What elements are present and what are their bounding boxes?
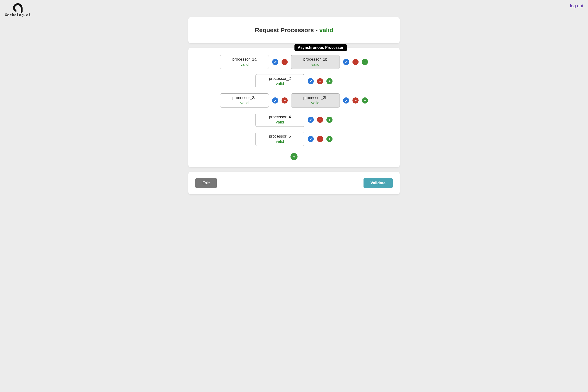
svg-rect-6 — [319, 120, 321, 120]
processor-name: processor_5 — [269, 134, 291, 139]
footer-card: Exit Validate — [188, 172, 400, 194]
edit-button[interactable] — [272, 59, 278, 65]
minus-icon — [319, 118, 322, 121]
add-button[interactable] — [326, 78, 332, 84]
pencil-icon — [309, 138, 312, 140]
processor-box[interactable]: processor_3a valid — [220, 94, 269, 108]
processor-status: valid — [311, 101, 320, 106]
svg-rect-1 — [284, 62, 286, 62]
plus-icon — [363, 99, 367, 102]
processor-box[interactable]: processor_5 valid — [256, 132, 304, 146]
plus-icon — [328, 118, 331, 121]
add-button[interactable] — [326, 117, 332, 123]
pencil-icon — [274, 60, 277, 64]
edit-button[interactable] — [308, 136, 314, 142]
svg-rect-5 — [355, 100, 356, 101]
remove-button[interactable] — [352, 59, 359, 65]
remove-button[interactable] — [317, 136, 323, 142]
remove-button[interactable] — [317, 78, 323, 84]
processor-box-async[interactable]: processor_1b valid — [291, 55, 340, 69]
processor-row: processor_2 valid — [195, 74, 393, 88]
app-logo: Gecholog.ai — [5, 2, 31, 17]
minus-icon — [354, 99, 357, 102]
pencil-icon — [309, 80, 312, 83]
add-button[interactable] — [362, 59, 368, 65]
pencil-icon — [345, 99, 348, 102]
processor-status: valid — [276, 82, 284, 86]
remove-button[interactable] — [317, 117, 323, 123]
tooltip-async-processor: Asynchronous Processor — [294, 44, 347, 51]
processor-name: processor_3a — [232, 96, 256, 100]
logout-link[interactable]: log out — [570, 3, 583, 8]
edit-button[interactable] — [308, 117, 314, 123]
remove-button[interactable] — [282, 59, 288, 65]
minus-icon — [319, 138, 322, 140]
plus-icon — [328, 80, 331, 83]
remove-button[interactable] — [282, 98, 288, 104]
plus-icon — [363, 60, 367, 64]
minus-icon — [283, 60, 286, 64]
processor-box[interactable]: processor_4 valid — [256, 113, 304, 127]
add-row-button[interactable] — [290, 153, 298, 160]
processor-status: valid — [311, 62, 320, 67]
page-status: valid — [319, 26, 333, 34]
page-title: Request Processors - valid — [193, 26, 395, 34]
header-card: Request Processors - valid — [188, 17, 400, 43]
edit-button[interactable] — [343, 98, 349, 104]
minus-icon — [319, 80, 322, 83]
edit-button[interactable] — [343, 59, 349, 65]
processor-box-async[interactable]: processor_3b valid — [291, 94, 340, 108]
logo-icon — [11, 2, 25, 13]
processor-row: processor_5 valid — [195, 132, 393, 146]
processor-row: processor_3a valid processor_3b valid — [195, 94, 393, 108]
svg-rect-4 — [284, 100, 286, 101]
processor-name: processor_4 — [269, 115, 291, 120]
exit-button[interactable]: Exit — [195, 178, 217, 188]
edit-button[interactable] — [308, 78, 314, 84]
title-prefix: Request Processors - — [255, 26, 319, 34]
plus-icon — [292, 155, 296, 158]
plus-icon — [328, 138, 331, 140]
processor-box[interactable]: processor_2 valid — [256, 74, 304, 88]
add-button[interactable] — [362, 98, 368, 104]
svg-rect-3 — [319, 81, 321, 82]
processor-box[interactable]: processor_1a valid — [220, 55, 269, 69]
svg-rect-2 — [355, 62, 356, 62]
add-button[interactable] — [326, 136, 332, 142]
processor-status: valid — [276, 120, 284, 125]
minus-icon — [354, 60, 357, 64]
validate-button[interactable]: Validate — [363, 178, 393, 188]
svg-rect-7 — [319, 139, 321, 139]
edit-button[interactable] — [272, 98, 278, 104]
processor-status: valid — [240, 101, 249, 106]
processors-card: Asynchronous Processor processor_1a vali… — [188, 48, 400, 167]
pencil-icon — [345, 60, 348, 64]
processor-name: processor_2 — [269, 76, 291, 81]
pencil-icon — [274, 99, 277, 102]
processor-row: processor_1a valid processor_1b valid — [195, 55, 393, 69]
svg-point-0 — [21, 11, 23, 13]
processor-row: processor_4 valid — [195, 113, 393, 127]
processor-status: valid — [240, 62, 249, 67]
remove-button[interactable] — [352, 98, 359, 104]
processor-name: processor_3b — [303, 96, 327, 100]
pencil-icon — [309, 118, 312, 121]
processor-name: processor_1a — [232, 57, 256, 62]
processor-status: valid — [276, 139, 284, 144]
minus-icon — [283, 99, 286, 102]
brand-name: Gecholog.ai — [5, 13, 31, 17]
processor-name: processor_1b — [303, 57, 327, 62]
